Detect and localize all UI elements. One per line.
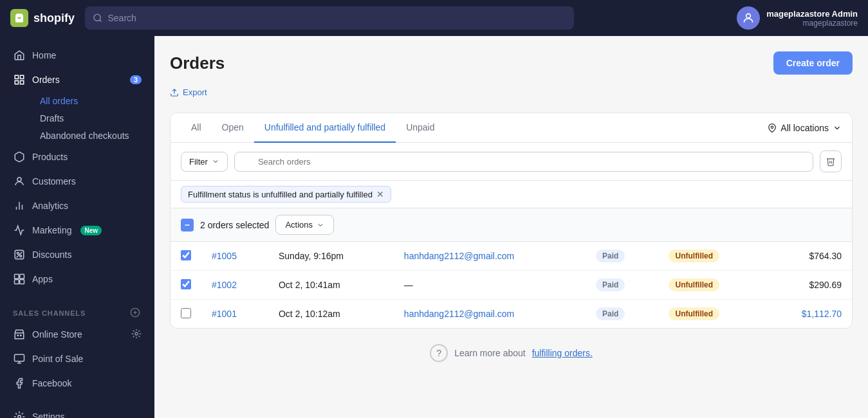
order-date-1001: Oct 2, 10:12am <box>268 300 394 329</box>
table-row: #1005 Sunday, 9:16pm hanhdang2112@gmail.… <box>171 242 852 271</box>
sidebar-discounts-label: Discounts <box>32 250 71 260</box>
deselect-icon[interactable] <box>181 219 194 232</box>
order-id-1001[interactable]: #1001 <box>201 300 268 329</box>
sidebar-item-orders[interactable]: Orders 3 <box>5 68 149 91</box>
online-store-label: Online Store <box>32 329 82 340</box>
svg-rect-18 <box>20 280 24 284</box>
user-name: mageplazastore Admin <box>766 9 858 19</box>
order-amount-1005: $764.30 <box>763 242 852 271</box>
facebook-icon <box>13 377 26 390</box>
order-payment-1005: Paid <box>586 242 658 271</box>
marketing-new-badge: New <box>80 226 102 235</box>
orders-card: All Open Unfulfilled and partially fulfi… <box>170 113 853 329</box>
online-store-settings-icon[interactable] <box>131 329 142 341</box>
tab-unfulfilled[interactable]: Unfulfilled and partially fulfilled <box>254 113 396 143</box>
tab-open[interactable]: Open <box>212 113 254 143</box>
actions-button[interactable]: Actions <box>275 215 334 235</box>
table-row: #1001 Oct 2, 10:12am hanhdang2112@gmail.… <box>171 300 852 329</box>
selected-count: 2 orders selected <box>200 220 269 230</box>
locations-label: All locations <box>780 123 829 133</box>
sidebar-marketing-label: Marketing <box>32 225 71 235</box>
customers-icon <box>13 175 26 188</box>
svg-point-22 <box>17 335 19 336</box>
order-fulfillment-1002: Unfulfilled <box>658 271 762 300</box>
order-date-1002: Oct 2, 10:41am <box>268 271 394 300</box>
svg-rect-17 <box>15 280 19 284</box>
order-id-1005[interactable]: #1005 <box>201 242 268 271</box>
order-checkbox-1001[interactable] <box>181 308 191 318</box>
sidebar-item-abandoned-checkouts[interactable]: Abandoned checkouts <box>32 127 149 144</box>
order-customer-1005: hanhdang2112@gmail.com <box>394 242 586 271</box>
sidebar: Home Orders 3 All orders Drafts Abandone… <box>0 36 154 418</box>
sidebar-item-marketing[interactable]: Marketing New <box>5 219 149 242</box>
user-info: mageplazastore Admin mageplazastore <box>737 6 858 30</box>
add-sales-channel-icon[interactable] <box>130 307 142 319</box>
sidebar-customers-label: Customers <box>32 176 76 186</box>
sidebar-home-label: Home <box>32 50 56 60</box>
order-id-1002[interactable]: #1002 <box>201 271 268 300</box>
filter-tag-close-icon[interactable]: ✕ <box>376 189 384 199</box>
apps-icon <box>13 273 26 286</box>
global-search-input[interactable] <box>108 13 567 23</box>
create-order-button[interactable]: Create order <box>773 51 853 75</box>
user-store: mageplazastore <box>766 19 858 28</box>
svg-point-30 <box>771 126 774 129</box>
avatar[interactable] <box>737 6 760 30</box>
svg-point-28 <box>18 415 21 418</box>
sidebar-item-online-store[interactable]: Online Store <box>5 323 149 346</box>
sidebar-item-point-of-sale[interactable]: Point of Sale <box>5 347 149 370</box>
sidebar-item-customers[interactable]: Customers <box>5 170 149 193</box>
shopify-logo[interactable]: shopify <box>10 9 75 27</box>
svg-point-12 <box>20 255 22 257</box>
shopify-bag-icon <box>10 9 28 27</box>
order-customer-1001: hanhdang2112@gmail.com <box>394 300 586 329</box>
sidebar-item-settings[interactable]: Settings <box>5 405 149 418</box>
topnav: shopify mageplazastore Admin mageplazast… <box>0 0 868 36</box>
home-icon <box>13 49 26 62</box>
help-icon: ? <box>430 344 448 362</box>
settings-label: Settings <box>32 412 65 418</box>
selected-bar: 2 orders selected Actions <box>171 208 852 242</box>
search-orders-input[interactable] <box>234 152 813 172</box>
row-checkbox-cell <box>171 242 201 271</box>
order-checkbox-1002[interactable] <box>181 279 191 289</box>
svg-point-24 <box>135 332 138 335</box>
orders-icon <box>13 73 26 86</box>
tab-all[interactable]: All <box>181 113 212 143</box>
page-title: Orders <box>170 53 225 73</box>
tab-unpaid[interactable]: Unpaid <box>396 113 445 143</box>
filter-button[interactable]: Filter <box>181 152 228 172</box>
bottom-info: ? Learn more about fulfilling orders. <box>170 329 853 377</box>
export-button[interactable]: Export <box>170 85 207 100</box>
table-row: #1002 Oct 2, 10:41am — Paid Unfulfilled <box>171 271 852 300</box>
sidebar-item-facebook[interactable]: Facebook <box>5 372 149 395</box>
sidebar-item-analytics[interactable]: Analytics <box>5 194 149 217</box>
order-checkbox-1005[interactable] <box>181 250 191 260</box>
orders-badge: 3 <box>130 75 142 84</box>
svg-rect-25 <box>15 354 24 361</box>
sidebar-item-drafts[interactable]: Drafts <box>32 110 149 127</box>
orders-submenu: All orders Drafts Abandoned checkouts <box>5 93 149 144</box>
svg-point-23 <box>21 335 22 336</box>
orders-table: #1005 Sunday, 9:16pm hanhdang2112@gmail.… <box>171 242 852 328</box>
svg-line-1 <box>100 20 102 22</box>
pos-label: Point of Sale <box>32 354 83 364</box>
facebook-label: Facebook <box>32 378 71 388</box>
sidebar-item-discounts[interactable]: Discounts <box>5 243 149 266</box>
sidebar-item-all-orders[interactable]: All orders <box>32 93 149 109</box>
sidebar-item-apps[interactable]: Apps <box>5 268 149 291</box>
order-fulfillment-1001: Unfulfilled <box>658 300 762 329</box>
locations-selector[interactable]: All locations <box>768 123 842 133</box>
sidebar-apps-label: Apps <box>32 274 53 284</box>
sidebar-item-products[interactable]: Products <box>5 145 149 168</box>
sidebar-item-home[interactable]: Home <box>5 44 149 67</box>
svg-point-11 <box>17 252 19 254</box>
global-search-bar[interactable] <box>85 6 574 30</box>
svg-rect-4 <box>21 75 24 78</box>
page-header: Orders Create order <box>170 51 853 75</box>
bottom-info-text: Learn more about <box>454 348 526 358</box>
filter-bar: Filter <box>171 143 852 181</box>
fulfilling-orders-link[interactable]: fulfilling orders. <box>532 348 593 358</box>
delete-filter-button[interactable] <box>820 150 842 172</box>
marketing-icon <box>13 224 26 237</box>
